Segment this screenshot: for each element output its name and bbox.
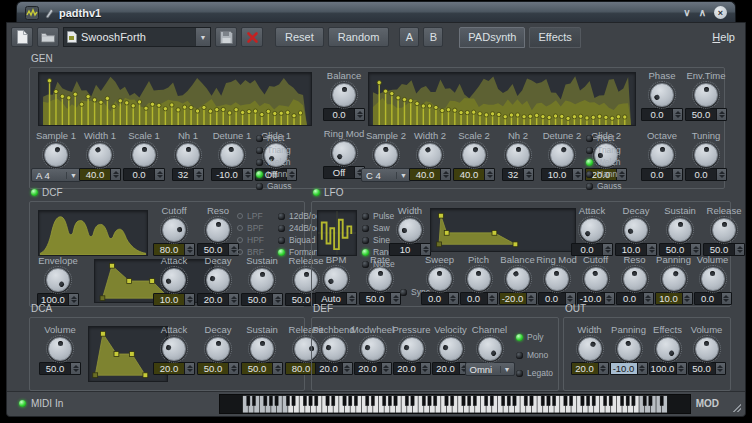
balance-spinbox[interactable]: 0.0 xyxy=(323,108,365,121)
pitch-knob[interactable] xyxy=(467,267,491,291)
width-knob[interactable] xyxy=(398,218,422,242)
volume-knob[interactable] xyxy=(48,337,72,361)
width-2-spinbox[interactable]: 40.0 xyxy=(409,168,451,181)
bpm-spin-buttons[interactable] xyxy=(346,293,356,304)
envelope-spin-buttons[interactable] xyxy=(68,294,78,305)
sample-2-combobox[interactable]: C 4▼ xyxy=(361,168,411,182)
volume-spinbox[interactable]: 50.0 xyxy=(39,362,81,375)
nh-2-spin-buttons[interactable] xyxy=(523,169,533,180)
scale-2-spinbox[interactable]: 40.0 xyxy=(453,168,495,181)
tuning-spinbox[interactable]: 0.0 xyxy=(685,168,727,181)
phase-knob[interactable] xyxy=(650,83,674,107)
decay-spinbox[interactable]: 20.0 xyxy=(197,293,239,306)
balance-spin-buttons[interactable] xyxy=(354,109,364,120)
detune-2-knob[interactable] xyxy=(550,143,574,167)
decay-spin-buttons[interactable] xyxy=(228,294,238,305)
lfo-led[interactable] xyxy=(313,189,320,196)
reso-spin-buttons[interactable] xyxy=(643,293,653,304)
lfo-envelope-display[interactable] xyxy=(430,208,576,252)
panning-spin-buttons[interactable] xyxy=(637,363,647,374)
modwheel-spin-buttons[interactable] xyxy=(381,363,391,374)
volume-spinbox[interactable]: 0.0 xyxy=(694,292,732,305)
resize-grip-icon[interactable] xyxy=(732,403,741,412)
open-preset-button[interactable] xyxy=(37,27,59,47)
detune-2-spinbox[interactable]: 10.0 xyxy=(541,168,583,181)
sample-2-knob[interactable] xyxy=(374,143,398,167)
panning-spinbox[interactable]: 10.0 xyxy=(655,292,693,305)
scale-1-knob[interactable] xyxy=(132,143,156,167)
width-2-knob[interactable] xyxy=(418,143,442,167)
tab-effects[interactable]: Effects xyxy=(529,27,580,48)
rect-radio[interactable]: Rect xyxy=(256,133,292,143)
nh-2-knob[interactable] xyxy=(506,143,530,167)
decay-knob[interactable] xyxy=(624,218,648,242)
phase-spin-buttons[interactable] xyxy=(672,109,682,120)
volume-knob[interactable] xyxy=(701,267,725,291)
sample-1-combobox[interactable]: A 4▼ xyxy=(31,168,81,182)
pressure-spinbox[interactable]: 20.0 xyxy=(393,362,431,375)
tuning-knob[interactable] xyxy=(694,143,718,167)
chevron-down-icon[interactable]: ▼ xyxy=(195,28,210,46)
sample-1-knob[interactable] xyxy=(44,143,68,167)
env-time-spinbox[interactable]: 50.0 xyxy=(685,108,727,121)
scale-1-spin-buttons[interactable] xyxy=(154,169,164,180)
pitch-spinbox[interactable]: 0.0 xyxy=(460,292,498,305)
sustain-spinbox[interactable]: 50.0 xyxy=(241,293,283,306)
release-knob[interactable] xyxy=(712,218,736,242)
rate-spinbox[interactable]: 50.0 xyxy=(359,292,401,305)
detune-2-spin-buttons[interactable] xyxy=(572,169,582,180)
nh-2-spinbox[interactable]: 32 xyxy=(502,168,534,181)
detune-1-spin-buttons[interactable] xyxy=(242,169,252,180)
balance-spin-buttons[interactable] xyxy=(526,293,536,304)
pitchbend-spinbox[interactable]: 20.0 xyxy=(315,362,353,375)
reso-knob[interactable] xyxy=(623,267,647,291)
piano-keyboard[interactable] xyxy=(219,394,691,414)
sustain-knob[interactable] xyxy=(250,337,274,361)
random-button[interactable]: Random xyxy=(328,27,390,47)
width-1-spinbox[interactable]: 40.0 xyxy=(79,168,121,181)
attack-knob[interactable] xyxy=(162,337,186,361)
triang-radio[interactable]: Triang xyxy=(586,145,622,155)
compare-b-button[interactable]: B xyxy=(423,27,443,47)
tuning-spin-buttons[interactable] xyxy=(716,169,726,180)
balance-knob[interactable] xyxy=(332,83,356,107)
reso-knob[interactable] xyxy=(206,218,230,242)
attack-knob[interactable] xyxy=(162,268,186,292)
attack-spinbox[interactable]: 10.0 xyxy=(153,293,195,306)
decay-knob[interactable] xyxy=(206,268,230,292)
phase-spinbox[interactable]: 0.0 xyxy=(641,108,683,121)
help-button[interactable]: Help xyxy=(706,31,741,43)
welch-radio[interactable]: Welch xyxy=(586,157,622,167)
scale-1-spinbox[interactable]: 0.0 xyxy=(123,168,165,181)
nh-1-spinbox[interactable]: 32 xyxy=(172,168,204,181)
decay-spinbox[interactable]: 50.0 xyxy=(197,362,239,375)
ring-mod-knob[interactable] xyxy=(332,141,356,165)
sweep-spin-buttons[interactable] xyxy=(448,293,458,304)
pitchbend-spin-buttons[interactable] xyxy=(342,363,352,374)
welch-radio[interactable]: Welch xyxy=(256,157,292,167)
legato-radio[interactable]: Legato xyxy=(516,368,553,378)
attack-spin-buttons[interactable] xyxy=(184,294,194,305)
dcf-led[interactable] xyxy=(31,189,38,196)
panning-spin-buttons[interactable] xyxy=(682,293,692,304)
sweep-spinbox[interactable]: 0.0 xyxy=(421,292,459,305)
width-1-spin-buttons[interactable] xyxy=(110,169,120,180)
save-preset-button[interactable] xyxy=(215,27,237,47)
width-spin-buttons[interactable] xyxy=(598,363,608,374)
width-2-spin-buttons[interactable] xyxy=(440,169,450,180)
maximize-button[interactable]: ∧ xyxy=(699,8,706,18)
delete-preset-button[interactable] xyxy=(241,27,263,47)
panning-spinbox[interactable]: -10.0 xyxy=(610,362,648,375)
preset-combobox[interactable]: SwooshForth ▼ xyxy=(63,27,211,47)
velocity-knob[interactable] xyxy=(439,337,463,361)
sustain-spinbox[interactable]: 50.0 xyxy=(241,362,283,375)
volume-knob[interactable] xyxy=(695,337,719,361)
reset-button[interactable]: Reset xyxy=(275,27,324,47)
effects-spin-buttons[interactable] xyxy=(676,363,686,374)
window-titlebar[interactable]: padthv1 ∨ ∧ × xyxy=(16,1,736,23)
panning-knob[interactable] xyxy=(617,337,641,361)
env-time-knob[interactable] xyxy=(694,83,718,107)
channel-knob[interactable] xyxy=(478,337,502,361)
nh-1-knob[interactable] xyxy=(176,143,200,167)
pitchbend-knob[interactable] xyxy=(322,337,346,361)
